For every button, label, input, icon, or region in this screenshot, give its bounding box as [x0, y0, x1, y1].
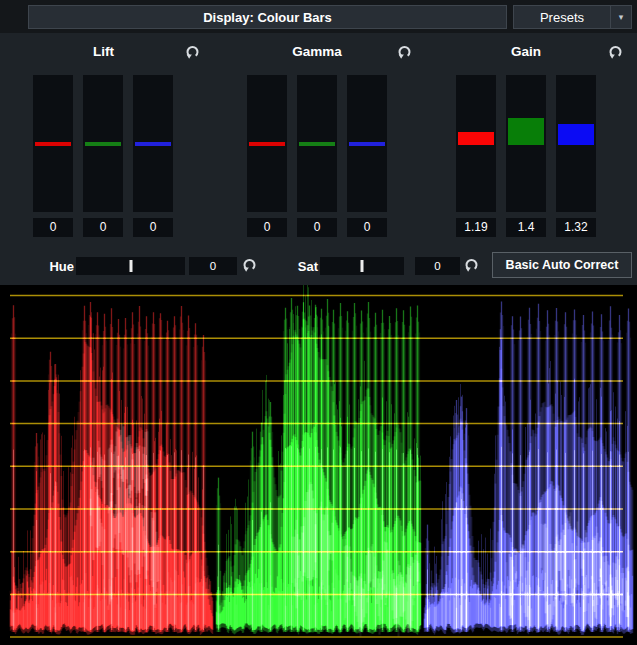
- sat-label: Sat: [284, 259, 318, 274]
- gamma-green-handle[interactable]: [299, 142, 335, 146]
- gain-reset-icon[interactable]: [607, 44, 624, 61]
- hue-slider[interactable]: [76, 257, 185, 275]
- gain-blue-value[interactable]: 1.32: [556, 218, 596, 237]
- lift-blue-slider[interactable]: [133, 75, 173, 212]
- topbar: Display: Colour Bars Presets ▾: [0, 0, 637, 33]
- basic-auto-correct-button[interactable]: Basic Auto Correct: [492, 252, 632, 278]
- gamma-red-value[interactable]: 0: [247, 218, 287, 237]
- colour-correct-panel: Display: Colour Bars Presets ▾ Lift Gamm…: [0, 0, 637, 645]
- gamma-title: Gamma: [247, 44, 387, 59]
- gamma-blue-slider[interactable]: [347, 75, 387, 212]
- lift-red-handle[interactable]: [35, 142, 71, 146]
- lift-red-slider[interactable]: [33, 75, 73, 212]
- lift-title: Lift: [33, 44, 174, 59]
- gamma-green-slider[interactable]: [297, 75, 337, 212]
- gain-green-value[interactable]: 1.4: [506, 218, 546, 237]
- lift-blue-handle[interactable]: [135, 142, 171, 146]
- lift-blue-value[interactable]: 0: [133, 218, 173, 237]
- gain-red-slider[interactable]: [456, 75, 496, 212]
- gamma-green-value[interactable]: 0: [297, 218, 337, 237]
- gain-title: Gain: [456, 44, 596, 59]
- gain-green-handle[interactable]: [508, 118, 544, 145]
- gamma-red-slider[interactable]: [247, 75, 287, 212]
- sat-slider[interactable]: [320, 257, 404, 275]
- hue-reset-icon[interactable]: [241, 257, 258, 274]
- gamma-reset-icon[interactable]: [396, 44, 413, 61]
- chevron-down-icon[interactable]: ▾: [610, 6, 631, 28]
- gain-green-slider[interactable]: [506, 75, 546, 212]
- lift-red-value[interactable]: 0: [33, 218, 73, 237]
- controls-panel: Lift Gamma Gain 0 0 0 0 0 0 1.19 1.4 1.3…: [0, 33, 637, 285]
- hue-slider-handle[interactable]: [129, 260, 132, 272]
- sat-value[interactable]: 0: [415, 257, 460, 275]
- gamma-blue-handle[interactable]: [349, 142, 385, 146]
- lift-green-slider[interactable]: [83, 75, 123, 212]
- gain-blue-handle[interactable]: [558, 124, 594, 146]
- gamma-blue-value[interactable]: 0: [347, 218, 387, 237]
- hue-label: Hue: [40, 259, 74, 274]
- presets-button[interactable]: Presets ▾: [513, 5, 632, 29]
- gain-red-handle[interactable]: [458, 132, 494, 145]
- gain-red-value[interactable]: 1.19: [456, 218, 496, 237]
- lift-green-value[interactable]: 0: [83, 218, 123, 237]
- lift-green-handle[interactable]: [85, 142, 121, 146]
- gain-blue-slider[interactable]: [556, 75, 596, 212]
- rgb-parade-waveform: [0, 285, 637, 645]
- hue-value[interactable]: 0: [189, 257, 237, 275]
- sat-reset-icon[interactable]: [463, 257, 480, 274]
- display-mode-button[interactable]: Display: Colour Bars: [28, 5, 507, 29]
- sat-slider-handle[interactable]: [361, 260, 364, 272]
- presets-label: Presets: [514, 10, 610, 25]
- lift-reset-icon[interactable]: [184, 44, 201, 61]
- gamma-red-handle[interactable]: [249, 142, 285, 146]
